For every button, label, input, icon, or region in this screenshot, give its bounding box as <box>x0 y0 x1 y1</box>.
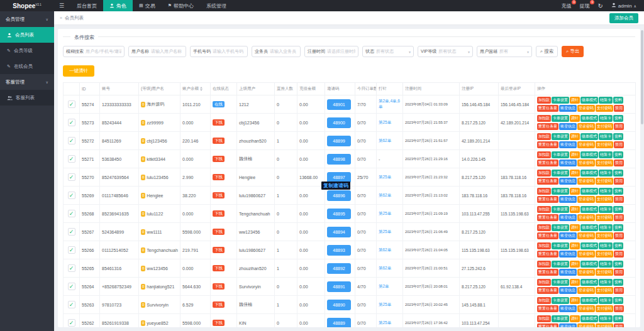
action-卡单设置[interactable]: 卡单设置 <box>552 170 569 176</box>
action-调针[interactable]: 调针 <box>570 261 580 268</box>
action-资料[interactable]: 资料 <box>613 188 623 195</box>
action-做单模式[interactable]: 做单模式 <box>580 206 598 213</box>
invite-code-button[interactable]: 48898 <box>327 154 351 165</box>
action-卡单设置[interactable]: 卡单设置 <box>552 133 569 140</box>
tab-角色[interactable]: 角色 <box>103 0 133 11</box>
row-checkbox[interactable]: ✓ <box>68 155 75 163</box>
action-账变信息[interactable]: 账变信息 <box>559 123 577 130</box>
filter-select-VIP等级[interactable]: VIP等级所有状态▾ <box>418 46 473 57</box>
tab-系统管理[interactable]: 系统管理 <box>200 0 233 11</box>
action-登录密码[interactable]: 登录密码 <box>577 160 595 166</box>
tab-后台首页[interactable]: 后台首页 <box>70 0 103 11</box>
row-checkbox[interactable]: ✓ <box>68 283 75 290</box>
action-资料[interactable]: 资料 <box>613 242 623 249</box>
row-checkbox[interactable]: ✓ <box>68 264 75 272</box>
action-重置任务量[interactable]: 重置任务量 <box>537 269 558 276</box>
action-禁用[interactable]: 禁用 <box>614 232 624 239</box>
action-做单模式[interactable]: 做单模式 <box>580 188 598 195</box>
row-checkbox[interactable]: ✓ <box>68 301 75 308</box>
one-key-clear-button[interactable]: 一键清针 <box>63 65 94 77</box>
row-checkbox[interactable]: ✓ <box>68 100 75 108</box>
action-账变信息[interactable]: 账变信息 <box>559 269 577 276</box>
filter-select-用户国籍[interactable]: 用户国籍所有▾ <box>477 46 532 57</box>
action-支付密码[interactable]: 支付密码 <box>596 323 613 327</box>
filter-input-业务员[interactable]: 业务员请输入业务员 <box>252 46 301 57</box>
invite-code-button[interactable]: 48894 <box>327 227 351 237</box>
sidebar-item-会员等级[interactable]: ✎会员等级 <box>0 43 54 58</box>
action-重置任务量[interactable]: 重置任务量 <box>537 323 558 327</box>
action-禁用[interactable]: 禁用 <box>614 160 624 166</box>
action-支付密码[interactable]: 支付密码 <box>596 196 613 203</box>
invite-code-button[interactable]: 48893 <box>327 245 351 256</box>
row-checkbox[interactable]: ✓ <box>68 228 75 236</box>
action-登录密码[interactable]: 登录密码 <box>577 214 595 221</box>
action-调针[interactable]: 调针 <box>570 297 580 304</box>
action-做单模式[interactable]: 做单模式 <box>580 115 598 122</box>
action-账变信息[interactable]: 账变信息 <box>559 251 577 258</box>
action-禁用[interactable]: 禁用 <box>614 251 624 258</box>
action-资料[interactable]: 资料 <box>613 315 623 322</box>
action-做单模式[interactable]: 做单模式 <box>580 297 598 304</box>
action-账变信息[interactable]: 账变信息 <box>559 214 577 221</box>
needle-link[interactable]: 第25单 <box>379 229 391 234</box>
user-menu[interactable]: admin∧ <box>611 3 636 9</box>
action-结算卡[interactable]: 结算卡 <box>599 297 613 304</box>
action-调针[interactable]: 调针 <box>570 97 580 104</box>
action-登录密码[interactable]: 登录密码 <box>577 232 595 239</box>
invite-code-button[interactable]: 48896 <box>327 190 351 201</box>
action-结算卡[interactable]: 结算卡 <box>599 133 613 140</box>
filter-input-用户名称[interactable]: 用户名称请输入用户名称 <box>128 46 186 57</box>
action-禁用[interactable]: 禁用 <box>614 269 624 276</box>
needle-link[interactable]: 第25单 <box>379 302 391 307</box>
needle-link[interactable]: 第62单 <box>379 247 391 252</box>
action-调针[interactable]: 调针 <box>570 115 580 122</box>
action-结算卡[interactable]: 结算卡 <box>599 315 613 322</box>
action-卡单设置[interactable]: 卡单设置 <box>552 279 569 286</box>
filter-input-手机号码[interactable]: 手机号码请输入手机号码 <box>190 46 248 57</box>
action-加扣款[interactable]: 加扣款 <box>537 206 551 213</box>
needle-link[interactable]: 第25单 <box>379 320 391 325</box>
action-支付密码[interactable]: 支付密码 <box>596 232 613 239</box>
action-账变信息[interactable]: 账变信息 <box>559 141 577 148</box>
action-调针[interactable]: 调针 <box>570 151 580 158</box>
action-账变信息[interactable]: 账变信息 <box>559 232 577 239</box>
sidebar-item-客服列表[interactable]: 客服列表 <box>0 90 54 106</box>
action-账变信息[interactable]: 账变信息 <box>559 305 577 312</box>
tab-帮助中心[interactable]: ⚑帮助中心 <box>162 0 200 11</box>
action-做单模式[interactable]: 做单模式 <box>580 261 598 268</box>
action-禁用[interactable]: 禁用 <box>614 141 624 148</box>
needle-link[interactable]: 第25单 <box>379 175 391 179</box>
action-登录密码[interactable]: 登录密码 <box>577 178 595 185</box>
row-checkbox[interactable]: ✓ <box>68 137 75 144</box>
action-结算卡[interactable]: 结算卡 <box>599 151 613 158</box>
needle-link[interactable]: 第62单 <box>379 138 391 143</box>
action-卡单设置[interactable]: 卡单设置 <box>552 97 569 104</box>
action-资料[interactable]: 资料 <box>613 97 623 104</box>
action-资料[interactable]: 资料 <box>613 170 623 176</box>
action-账变信息[interactable]: 账变信息 <box>559 105 577 112</box>
refresh-icon[interactable]: ↻ <box>597 3 602 9</box>
action-禁用[interactable]: 禁用 <box>614 323 624 327</box>
action-调针[interactable]: 调针 <box>570 170 580 176</box>
action-登录密码[interactable]: 登录密码 <box>577 269 595 276</box>
invite-code-button[interactable]: 48897 <box>327 172 351 183</box>
action-调针[interactable]: 调针 <box>570 242 580 249</box>
action-支付密码[interactable]: 支付密码 <box>596 269 613 276</box>
action-资料[interactable]: 资料 <box>613 115 623 122</box>
needle-link[interactable]: 第62单 <box>379 266 391 270</box>
action-资料[interactable]: 资料 <box>613 206 623 213</box>
action-做单模式[interactable]: 做单模式 <box>580 279 598 286</box>
action-卡单设置[interactable]: 卡单设置 <box>552 206 569 213</box>
filter-input-模糊搜索[interactable]: 模糊搜索用户名/手机号/邀请码 <box>63 46 125 57</box>
action-调针[interactable]: 调针 <box>570 315 580 322</box>
needle-link[interactable]: 第25单 <box>379 120 391 124</box>
action-重置任务量[interactable]: 重置任务量 <box>537 141 558 148</box>
action-加扣款[interactable]: 加扣款 <box>537 279 551 286</box>
filter-input-注册时间[interactable]: 注册时间请选择注册时间 <box>304 46 358 57</box>
needle-link[interactable]: 第2单 <box>379 284 389 288</box>
action-重置任务量[interactable]: 重置任务量 <box>537 214 558 221</box>
action-卡单设置[interactable]: 卡单设置 <box>552 315 569 322</box>
action-账变信息[interactable]: 账变信息 <box>559 160 577 166</box>
sidebar-group-客服管理[interactable]: 客服管理∨ <box>0 74 54 90</box>
action-加扣款[interactable]: 加扣款 <box>537 224 551 231</box>
